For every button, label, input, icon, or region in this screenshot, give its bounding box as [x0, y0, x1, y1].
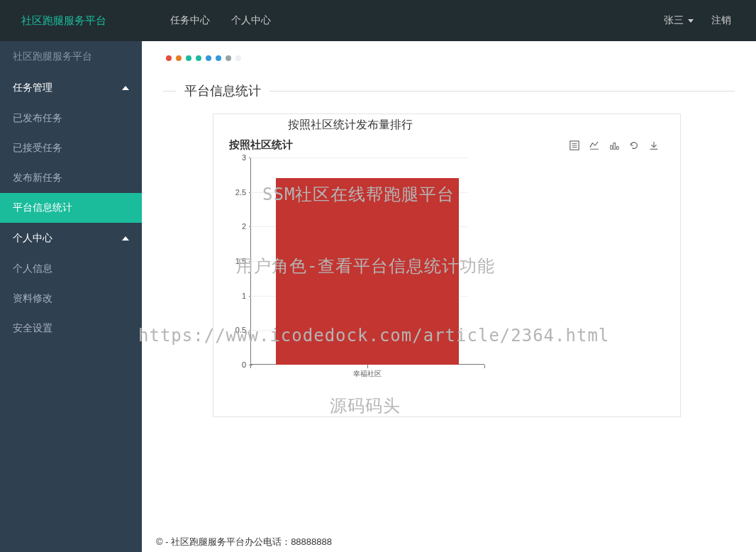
dot	[226, 55, 231, 61]
chart-inner: 按照社区统计 00.511.522.53幸福社区	[213, 138, 680, 416]
chart-toolbar	[569, 140, 659, 150]
sidebar-group-personal[interactable]: 个人中心	[0, 223, 142, 254]
logout-link[interactable]: 注销	[711, 14, 731, 27]
dot	[166, 55, 172, 61]
user-name: 张三	[664, 14, 684, 27]
header-nav: 任务中心 个人中心	[142, 14, 664, 27]
bar	[276, 178, 458, 365]
download-icon[interactable]	[649, 140, 659, 150]
sidebar: 社区跑腿服务平台 任务管理 已发布任务 已接受任务 发布新任务 平台信息统计 个…	[0, 41, 142, 552]
chart-plot-area: 00.511.522.53幸福社区	[228, 158, 666, 377]
svg-rect-7	[617, 146, 619, 149]
dot	[186, 55, 191, 61]
sidebar-group-personal-title: 个人中心	[13, 232, 52, 245]
color-dots	[166, 55, 735, 61]
y-tick-label: 1.5	[228, 257, 246, 265]
header-right: 张三 注销	[664, 14, 756, 27]
sidebar-item-stats[interactable]: 平台信息统计	[0, 193, 142, 223]
dot	[206, 55, 211, 61]
refresh-icon[interactable]	[629, 140, 639, 150]
footer: © - 社区跑腿服务平台办公电话：88888888	[142, 531, 756, 552]
dot	[176, 55, 182, 61]
sidebar-top-label-text: 社区跑腿服务平台	[13, 50, 92, 63]
y-tick-label: 1	[228, 292, 246, 300]
page-title-section: 平台信息统计	[163, 82, 735, 99]
sidebar-item-security[interactable]: 安全设置	[0, 314, 142, 343]
nav-personal-center[interactable]: 个人中心	[231, 14, 271, 27]
sidebar-item-newtask[interactable]: 发布新任务	[0, 163, 142, 193]
chart-title: 按照社区统计	[229, 138, 293, 152]
main-content: 平台信息统计 按照社区统计发布量排行 按照社区统计 00.511.522.53幸…	[142, 41, 756, 531]
y-tick-label: 3	[228, 153, 246, 162]
x-tick-label: 幸福社区	[353, 369, 382, 379]
y-tick-label: 2	[228, 222, 246, 231]
dot	[196, 55, 201, 61]
y-tick-label: 0.5	[228, 326, 246, 334]
svg-rect-6	[613, 143, 616, 149]
chart-card: 按照社区统计发布量排行 按照社区统计 00.511.522.53幸福社区	[213, 114, 681, 417]
chart-title-row: 按照社区统计	[228, 138, 666, 152]
page-title: 平台信息统计	[176, 82, 269, 99]
svg-rect-5	[611, 145, 613, 149]
brand-title: 社区跑腿服务平台	[0, 14, 142, 28]
caret-down-icon	[688, 19, 694, 23]
bar-chart-icon[interactable]	[609, 140, 619, 150]
footer-text: © - 社区跑腿服务平台办公电话：88888888	[156, 536, 332, 548]
sidebar-item-profile[interactable]: 个人信息	[0, 254, 142, 284]
line-chart-icon[interactable]	[589, 140, 599, 150]
nav-task-center[interactable]: 任务中心	[170, 14, 210, 27]
y-tick-label: 2.5	[228, 188, 246, 197]
sidebar-item-accepted[interactable]: 已接受任务	[0, 133, 142, 163]
sidebar-item-edit[interactable]: 资料修改	[0, 284, 142, 314]
sidebar-group-tasks-title: 任务管理	[13, 82, 52, 94]
caret-up-icon	[122, 236, 129, 241]
y-tick-label: 0	[228, 360, 246, 369]
sidebar-top-label: 社区跑腿服务平台	[0, 41, 142, 72]
user-dropdown[interactable]: 张三	[664, 14, 694, 27]
caret-up-icon	[122, 86, 129, 90]
data-view-icon[interactable]	[569, 140, 579, 150]
sidebar-group-tasks[interactable]: 任务管理	[0, 72, 142, 104]
top-header: 社区跑腿服务平台 任务中心 个人中心 张三 注销	[0, 0, 756, 41]
dot	[235, 55, 241, 61]
chart-section-title: 按照社区统计发布量排行	[213, 114, 680, 138]
sidebar-item-published[interactable]: 已发布任务	[0, 104, 142, 133]
dot	[216, 55, 221, 61]
